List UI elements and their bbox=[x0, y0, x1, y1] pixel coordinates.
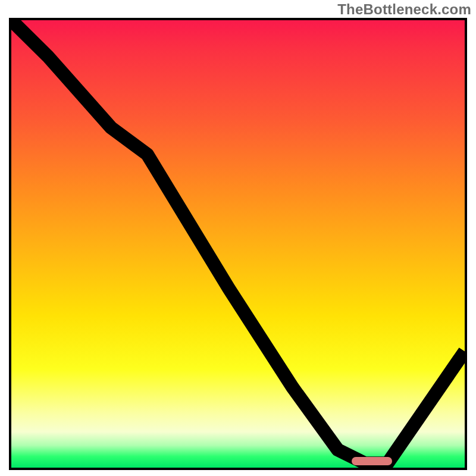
optimal-range-marker bbox=[352, 457, 393, 465]
bottleneck-curve bbox=[11, 20, 465, 468]
plot-border bbox=[9, 18, 467, 470]
watermark-label: TheBottleneck.com bbox=[337, 1, 471, 18]
chart-frame: TheBottleneck.com bbox=[0, 0, 476, 476]
plot-area bbox=[11, 20, 465, 468]
